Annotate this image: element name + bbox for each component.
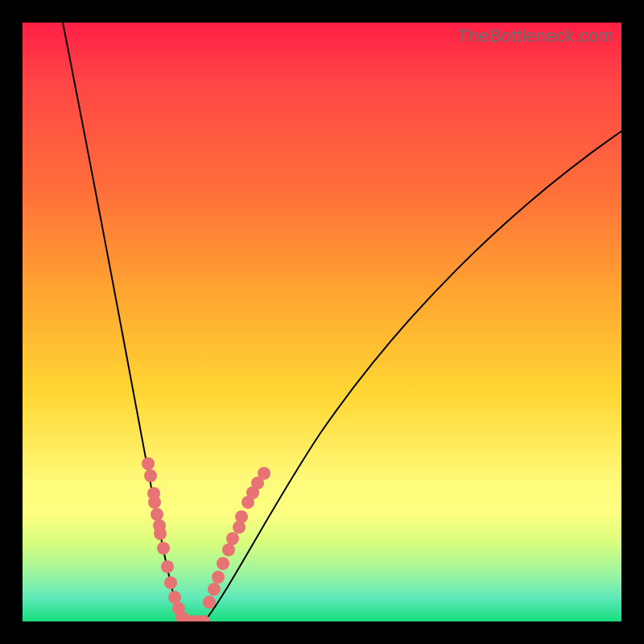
left-arm-markers-point [144, 469, 157, 482]
right-arm-markers-point [217, 557, 229, 570]
curve-overlay [23, 23, 621, 621]
right-arm-markers-group [203, 467, 270, 609]
right-arm-markers-point [212, 571, 225, 584]
left-curve [63, 23, 185, 621]
right-arm-markers-point [242, 496, 254, 509]
left-arm-markers-point [168, 591, 181, 604]
right-arm-markers-point [226, 532, 239, 545]
right-arm-markers-point [208, 583, 221, 596]
left-arm-markers-point [157, 542, 170, 555]
chart-frame: TheBottleneck.com [0, 0, 644, 644]
right-arm-markers-point [203, 596, 216, 609]
right-arm-markers-point [222, 543, 235, 556]
left-arm-markers-point [148, 496, 161, 509]
left-arm-markers-group [142, 457, 188, 621]
bottom-joiner-group [178, 614, 210, 621]
left-arm-markers-point [154, 527, 167, 540]
left-arm-markers-point [161, 560, 174, 573]
plot-gradient-area: TheBottleneck.com [23, 23, 621, 621]
right-arm-markers-point [233, 521, 246, 534]
left-arm-markers-point [142, 457, 155, 470]
left-arm-markers-point [151, 508, 163, 521]
right-curve [204, 131, 621, 621]
left-arm-markers-point [164, 576, 177, 589]
